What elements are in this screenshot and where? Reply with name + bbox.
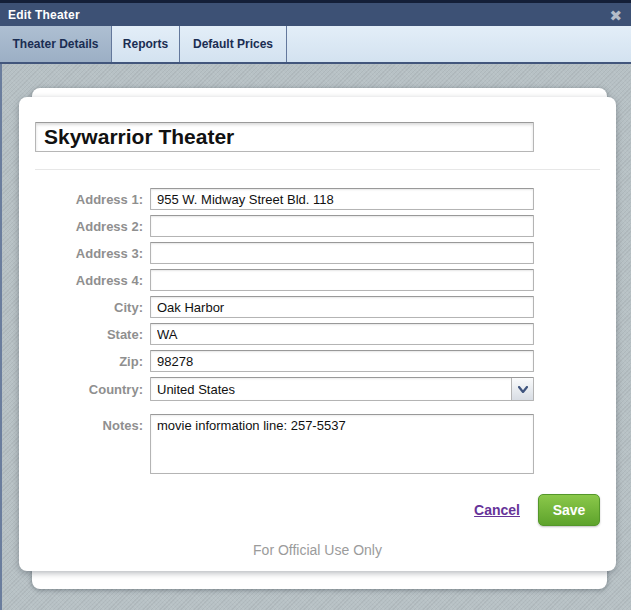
footer-note: For Official Use Only — [35, 542, 600, 558]
form-row-zip: Zip: — [35, 350, 600, 372]
tab-theater-details[interactable]: Theater Details — [0, 26, 112, 62]
zip-label: Zip: — [35, 354, 143, 369]
form-row-country: Country: United States — [35, 377, 600, 401]
theater-name-input[interactable] — [35, 122, 534, 152]
save-button[interactable]: Save — [538, 494, 600, 526]
form-row-address1: Address 1: — [35, 188, 600, 210]
form-row-address3: Address 3: — [35, 242, 600, 264]
address1-input[interactable] — [150, 188, 534, 210]
theater-details-panel: Address 1: Address 2: Address 3: Address… — [19, 97, 616, 571]
address3-input[interactable] — [150, 242, 534, 264]
address3-label: Address 3: — [35, 246, 143, 261]
window-title: Edit Theater — [0, 8, 80, 22]
chevron-down-icon — [511, 378, 533, 400]
address2-input[interactable] — [150, 215, 534, 237]
address4-label: Address 4: — [35, 273, 143, 288]
city-label: City: — [35, 300, 143, 315]
modal-overlay-background: Address 1: Address 2: Address 3: Address… — [0, 64, 631, 610]
window-titlebar: Edit Theater ✖ — [0, 0, 631, 26]
form-row-address2: Address 2: — [35, 215, 600, 237]
form-row-city: City: — [35, 296, 600, 318]
tab-reports[interactable]: Reports — [112, 26, 180, 62]
country-select-value: United States — [151, 378, 511, 400]
action-bar: Cancel Save — [35, 494, 600, 526]
address4-input[interactable] — [150, 269, 534, 291]
close-icon[interactable]: ✖ — [609, 5, 622, 27]
form-row-state: State: — [35, 323, 600, 345]
country-select[interactable]: United States — [150, 377, 534, 401]
tab-default-prices[interactable]: Default Prices — [180, 26, 287, 62]
cancel-link[interactable]: Cancel — [474, 502, 520, 518]
notes-textarea[interactable]: movie information line: 257-5537 — [150, 414, 534, 474]
city-input[interactable] — [150, 296, 534, 318]
address2-label: Address 2: — [35, 219, 143, 234]
country-label: Country: — [35, 382, 143, 397]
tab-strip: Theater Details Reports Default Prices — [0, 26, 631, 64]
address1-label: Address 1: — [35, 192, 143, 207]
notes-label: Notes: — [35, 414, 143, 433]
zip-input[interactable] — [150, 350, 534, 372]
state-input[interactable] — [150, 323, 534, 345]
divider — [35, 169, 600, 170]
state-label: State: — [35, 327, 143, 342]
form-row-address4: Address 4: — [35, 269, 600, 291]
form-row-notes: Notes: movie information line: 257-5537 — [35, 414, 600, 474]
